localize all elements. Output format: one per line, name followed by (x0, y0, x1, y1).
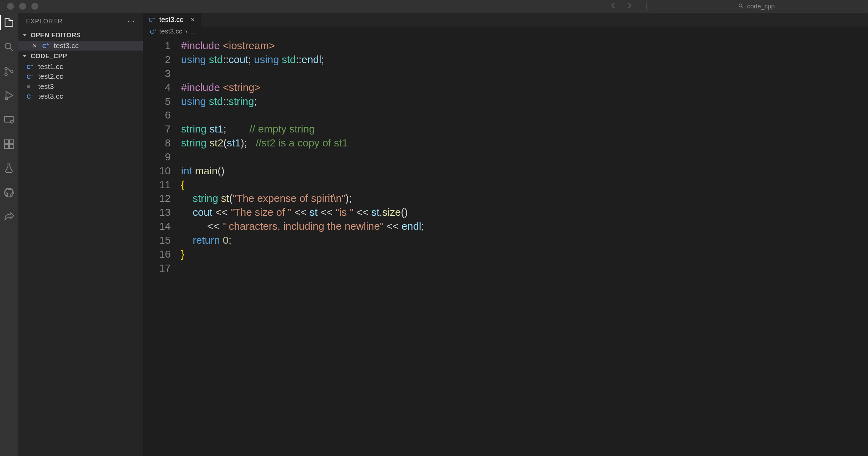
code-editor[interactable]: 1#include <iostream>2using std::cout; us… (143, 37, 868, 456)
titlebar: code_cpp (0, 0, 868, 13)
line-number: 8 (143, 136, 181, 150)
line-content: #include <iostream> (181, 39, 275, 53)
line-content: using std::cout; using std::endl; (181, 53, 324, 67)
open-editor-item[interactable]: × C+ test3.cc (18, 41, 143, 51)
code-line[interactable]: 11{ (143, 178, 868, 192)
line-content: string st1; // empty string (181, 122, 315, 136)
extensions-view-button[interactable] (2, 138, 15, 151)
run-debug-view-button[interactable] (2, 89, 15, 102)
remote-explorer-view-button[interactable] (2, 113, 15, 126)
workspace-section-header[interactable]: CODE_CPP (18, 51, 143, 62)
line-content: return 0; (181, 233, 231, 247)
breadcrumb-bar[interactable]: C+ test3.cc › ... (143, 26, 868, 36)
svg-rect-11 (9, 145, 13, 149)
workspace-label: CODE_CPP (31, 52, 67, 60)
svg-rect-9 (9, 140, 13, 144)
code-line[interactable]: 10int main() (143, 164, 868, 178)
search-view-button[interactable] (2, 40, 15, 53)
code-line[interactable]: 13 cout << "The size of " << st << "is "… (143, 205, 868, 219)
tab-close-button[interactable]: × (191, 16, 195, 24)
line-number: 7 (143, 122, 181, 136)
nav-forward-button[interactable] (625, 1, 633, 12)
explorer-header: EXPLORER ··· (18, 13, 143, 30)
svg-rect-10 (5, 145, 8, 149)
explorer-title: EXPLORER (26, 17, 63, 25)
line-number: 11 (143, 178, 181, 192)
cpp-file-icon: C+ (26, 73, 35, 81)
file-tree-item[interactable]: C+ test2.cc (18, 71, 143, 81)
close-window-button[interactable] (7, 3, 14, 10)
close-editor-button[interactable]: × (31, 41, 39, 50)
file-name: test2.cc (38, 72, 63, 81)
chevron-down-icon (21, 53, 28, 60)
command-center-search[interactable]: code_cpp (646, 2, 866, 11)
code-line[interactable]: 1#include <iostream> (143, 39, 868, 53)
minimize-window-button[interactable] (19, 3, 26, 10)
line-content: using std::string; (181, 94, 257, 108)
code-line[interactable]: 17 (143, 261, 868, 275)
breadcrumb-separator: › (185, 28, 187, 35)
explorer-view-button[interactable] (2, 16, 15, 29)
code-line[interactable]: 12 string st("The expense of spirit\n"); (143, 191, 868, 205)
search-placeholder-text: code_cpp (747, 2, 775, 10)
code-line[interactable]: 6 (143, 108, 868, 122)
line-number: 5 (143, 94, 181, 108)
file-tree-item[interactable]: C+ test3.cc (18, 91, 143, 101)
github-view-button[interactable] (2, 186, 15, 199)
file-name: test1.cc (38, 62, 63, 71)
line-content: string st2(st1); //st2 is a copy of st1 (181, 136, 348, 150)
activity-bar (0, 13, 18, 456)
open-editors-section-header[interactable]: OPEN EDITORS (18, 30, 143, 41)
line-content: { (181, 178, 185, 192)
source-control-view-button[interactable] (2, 65, 15, 78)
svg-point-1 (5, 43, 11, 49)
svg-point-2 (5, 67, 7, 69)
cpp-file-icon: C+ (150, 28, 157, 36)
nav-back-button[interactable] (609, 1, 617, 12)
file-name: test3.cc (38, 92, 63, 100)
line-number: 3 (143, 67, 181, 81)
window-controls (7, 3, 38, 10)
code-line[interactable]: 4#include <string> (143, 81, 868, 94)
code-line[interactable]: 2using std::cout; using std::endl; (143, 53, 868, 67)
main-area: EXPLORER ··· OPEN EDITORS × C+ test3.cc … (0, 13, 868, 456)
code-line[interactable]: 5using std::string; (143, 94, 868, 108)
file-tree-item[interactable]: C+ test1.cc (18, 62, 143, 71)
code-line[interactable]: 3 (143, 67, 868, 81)
code-line[interactable]: 14 << " characters, including the newlin… (143, 219, 868, 233)
line-number: 4 (143, 81, 181, 94)
line-content: << " characters, including the newline" … (181, 219, 424, 233)
maximize-window-button[interactable] (31, 3, 38, 10)
open-editors-label: OPEN EDITORS (31, 31, 81, 39)
explorer-more-button[interactable]: ··· (128, 17, 135, 25)
editor-tab[interactable]: C+ test3.cc × (143, 13, 201, 27)
line-number: 9 (143, 150, 181, 164)
chevron-down-icon (21, 32, 28, 39)
editor-tabs: C+ test3.cc × (143, 13, 868, 27)
code-line[interactable]: 8string st2(st1); //st2 is a copy of st1 (143, 136, 868, 150)
line-content: int main() (181, 164, 225, 178)
line-number: 14 (143, 219, 181, 233)
line-number: 17 (143, 261, 181, 275)
code-line[interactable]: 9 (143, 150, 868, 164)
line-content: } (181, 247, 185, 261)
cpp-file-icon: C+ (149, 16, 155, 24)
file-tree: C+ test1.cc C+ test2.cc ≡ test3 C+ test3… (18, 62, 143, 101)
share-view-button[interactable] (2, 211, 15, 223)
svg-point-3 (5, 73, 7, 75)
file-tree-item[interactable]: ≡ test3 (18, 82, 143, 91)
line-number: 6 (143, 108, 181, 122)
explorer-sidebar: EXPLORER ··· OPEN EDITORS × C+ test3.cc … (18, 13, 143, 456)
code-line[interactable]: 15 return 0; (143, 233, 868, 247)
svg-rect-6 (5, 116, 13, 122)
code-line[interactable]: 16} (143, 247, 868, 261)
testing-view-button[interactable] (2, 162, 15, 175)
line-number: 12 (143, 191, 181, 205)
cpp-file-icon: C+ (26, 92, 35, 100)
breadcrumb-file: test3.cc (159, 28, 182, 35)
code-line[interactable]: 7string st1; // empty string (143, 122, 868, 136)
line-number: 15 (143, 233, 181, 247)
app-root: code_cpp (0, 0, 868, 456)
svg-point-0 (739, 4, 742, 7)
line-number: 2 (143, 53, 181, 67)
